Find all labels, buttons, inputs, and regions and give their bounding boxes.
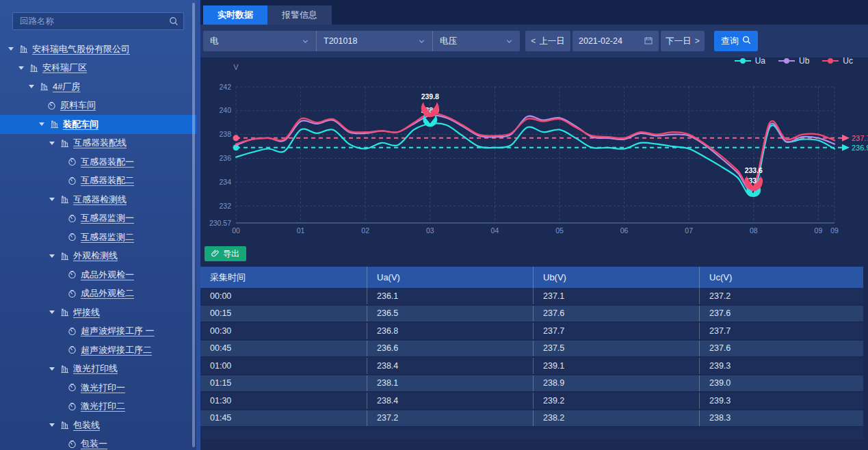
meter-icon bbox=[68, 214, 77, 223]
building-icon bbox=[60, 308, 69, 317]
meter-icon bbox=[68, 440, 77, 449]
svg-text:V: V bbox=[233, 63, 239, 71]
table-cell: 238.3 bbox=[699, 410, 863, 427]
tree-item[interactable]: 装配车间 bbox=[0, 115, 196, 134]
svg-text:238: 238 bbox=[219, 130, 231, 138]
expand-arrow-icon[interactable] bbox=[49, 198, 55, 201]
legend-item-uc[interactable]: Uc bbox=[821, 56, 853, 66]
next-day-label: 下一日 bbox=[666, 36, 692, 47]
expand-arrow-icon[interactable] bbox=[29, 85, 34, 88]
legend-item-ub[interactable]: Ub bbox=[778, 56, 809, 66]
table-cell: 01:30 bbox=[200, 393, 367, 409]
tree-item-label: 互感器监测一 bbox=[81, 212, 134, 224]
table-cell: 236.5 bbox=[367, 306, 533, 322]
tree-item[interactable]: 超声波焊接工序二 bbox=[0, 341, 196, 360]
tree-item[interactable]: 超声波焊接工序 一 bbox=[0, 322, 196, 341]
export-button[interactable]: 导出 bbox=[205, 246, 246, 261]
search-icon[interactable] bbox=[169, 16, 179, 29]
tree-item-label: 外观检测线 bbox=[73, 250, 118, 262]
tree-item[interactable]: 安科瑞电气股份有限公司 bbox=[0, 40, 196, 59]
legend-item-ua[interactable]: Ua bbox=[734, 56, 765, 66]
table-header-cell: Ua(V) bbox=[367, 267, 533, 288]
select-energy-type[interactable]: 电 bbox=[203, 31, 316, 51]
building-icon bbox=[50, 120, 59, 129]
tree-item[interactable]: 互感器监测二 bbox=[0, 228, 196, 247]
table-cell: 237.6 bbox=[699, 341, 863, 357]
tree-item[interactable]: 焊接线 bbox=[0, 303, 196, 322]
tree-item[interactable]: 激光打印线 bbox=[0, 360, 196, 379]
tree-item-label: 原料车间 bbox=[60, 99, 96, 111]
legend-label: Ua bbox=[755, 56, 765, 66]
expand-arrow-icon[interactable] bbox=[18, 66, 24, 70]
table-cell: 01:15 bbox=[200, 375, 367, 392]
tree-item[interactable]: 成品外观检二 bbox=[0, 284, 196, 304]
tree-item[interactable]: 外观检测线 bbox=[0, 247, 196, 266]
tree-item[interactable]: 互感器检测线 bbox=[0, 190, 196, 209]
expand-arrow-icon[interactable] bbox=[49, 254, 55, 258]
expand-arrow-icon[interactable] bbox=[49, 367, 55, 371]
tree-item[interactable]: 互感器装配一 bbox=[0, 153, 196, 172]
search-input[interactable] bbox=[12, 12, 184, 30]
table-cell: 236.6 bbox=[367, 341, 533, 357]
table-cell: 236.8 bbox=[367, 323, 533, 339]
select-parameter[interactable]: 电压 bbox=[432, 31, 520, 51]
tree-item-label: 激光打印一 bbox=[81, 382, 125, 394]
app-root: 安科瑞电气股份有限公司安科瑞厂区4#厂房原料车间装配车间互感器装配线互感器装配一… bbox=[0, 0, 868, 450]
meter-icon bbox=[68, 176, 77, 185]
legend-marker-icon bbox=[734, 57, 752, 64]
expand-arrow-icon[interactable] bbox=[49, 310, 55, 314]
table-cell: 236.1 bbox=[367, 288, 533, 304]
tab-realtime-data[interactable]: 实时数据 bbox=[203, 5, 267, 25]
date-input[interactable]: 2021-02-24 bbox=[573, 31, 659, 51]
tree-item[interactable]: 互感器装配线 bbox=[0, 134, 196, 153]
table-cell: 237.6 bbox=[699, 306, 863, 322]
tree-item[interactable]: 成品外观检一 bbox=[0, 265, 196, 284]
table-cell: 237.2 bbox=[699, 288, 863, 304]
sidebar-scrollbar[interactable] bbox=[192, 3, 195, 447]
tree-item[interactable]: 安科瑞厂区 bbox=[0, 59, 196, 78]
table-cell: 01:45 bbox=[200, 410, 367, 427]
tree-item[interactable]: 包装一 bbox=[0, 435, 196, 450]
building-icon bbox=[19, 44, 28, 53]
svg-text:233.6: 233.6 bbox=[745, 166, 763, 174]
chart-canvas: 242240238236234232230.570001020304050607… bbox=[200, 57, 868, 241]
table-row: 00:30236.8237.7237.7 bbox=[200, 323, 863, 341]
export-label: 导出 bbox=[223, 248, 239, 260]
tab-alarm-info[interactable]: 报警信息 bbox=[267, 5, 332, 25]
meter-icon bbox=[68, 383, 77, 392]
table-row: 01:45237.2238.2238.3 bbox=[200, 410, 863, 428]
table-cell: 00:45 bbox=[200, 341, 367, 357]
tree-item[interactable]: 激光打印一 bbox=[0, 378, 196, 397]
expand-arrow-icon[interactable] bbox=[49, 423, 55, 427]
prev-day-button[interactable]: < 上一日 bbox=[525, 31, 570, 51]
table-cell: 237.7 bbox=[699, 323, 863, 339]
query-button[interactable]: 查询 bbox=[714, 31, 758, 51]
legend-label: Uc bbox=[843, 56, 853, 66]
expand-arrow-icon[interactable] bbox=[8, 47, 14, 51]
tree-item[interactable]: 激光打印二 bbox=[0, 397, 196, 416]
table-cell: 238.2 bbox=[533, 410, 699, 427]
tree-item[interactable]: 互感器监测一 bbox=[0, 209, 196, 228]
tree-item[interactable]: 4#厂房 bbox=[0, 77, 196, 96]
svg-text:09: 09 bbox=[815, 226, 823, 235]
expand-arrow-icon[interactable] bbox=[39, 122, 44, 126]
tree-item[interactable]: 包装线 bbox=[0, 416, 196, 435]
svg-text:234: 234 bbox=[219, 178, 231, 186]
select-device[interactable]: T201018 bbox=[316, 31, 432, 51]
table-cell: 00:30 bbox=[200, 323, 367, 339]
tree-item-label: 互感器装配二 bbox=[81, 174, 134, 187]
tree-item-label: 成品外观检一 bbox=[81, 269, 134, 281]
tree-item[interactable]: 互感器装配二 bbox=[0, 172, 196, 191]
table-cell: 239.3 bbox=[699, 358, 863, 374]
tree-item[interactable]: 原料车间 bbox=[0, 96, 196, 116]
expand-arrow-icon[interactable] bbox=[49, 142, 55, 145]
table-cell: 237.1 bbox=[533, 288, 699, 304]
tree-item-label: 激光打印二 bbox=[81, 400, 125, 412]
date-value: 2021-02-24 bbox=[579, 36, 622, 46]
next-day-button[interactable]: 下一日 > bbox=[661, 31, 705, 51]
tree-item-label: 安科瑞厂区 bbox=[42, 62, 87, 74]
svg-text:08: 08 bbox=[750, 226, 758, 235]
tree-item-label: 成品外观检二 bbox=[81, 287, 134, 300]
tree-item-label: 激光打印线 bbox=[73, 362, 118, 375]
meter-icon bbox=[68, 233, 77, 241]
